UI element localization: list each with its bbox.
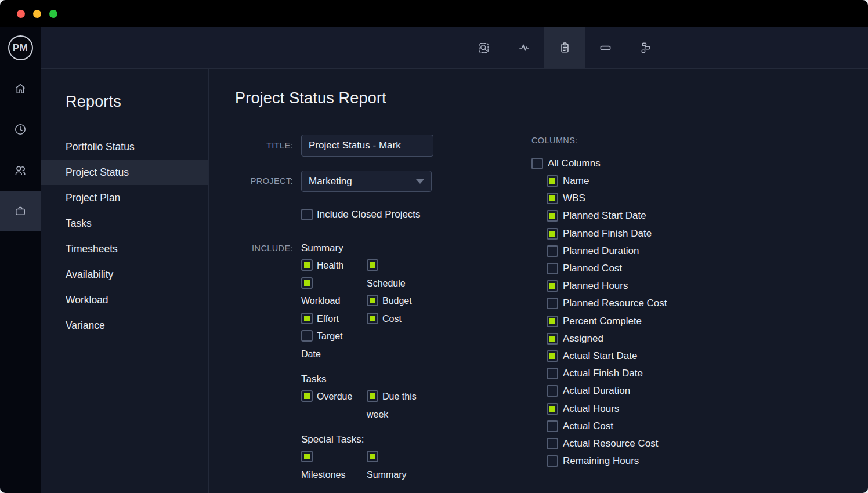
- column-option-checkbox[interactable]: [547, 175, 558, 187]
- column-option: Planned Resource Cost: [547, 295, 667, 312]
- rail-item-team[interactable]: [0, 150, 41, 191]
- rail-item-time[interactable]: [0, 109, 41, 150]
- column-option-checkbox[interactable]: [547, 420, 558, 432]
- include-option-label: Summary: [367, 470, 406, 480]
- sidebar-report-item[interactable]: Workload: [41, 287, 208, 313]
- include-option-checkbox[interactable]: [367, 259, 378, 271]
- column-option-checkbox[interactable]: [547, 228, 558, 240]
- include-option-label: Cost: [382, 314, 402, 324]
- title-label: TITLE:: [235, 135, 293, 157]
- window-close-button[interactable]: [17, 10, 25, 18]
- card-icon: [599, 41, 612, 55]
- column-option: Actual Hours: [547, 400, 667, 417]
- app-window: PM: [0, 0, 868, 493]
- sidebar-report-item[interactable]: Variance: [41, 313, 208, 338]
- column-option: Planned Hours: [547, 277, 667, 295]
- column-option-checkbox[interactable]: [547, 298, 558, 309]
- include-option: Milestones: [301, 448, 354, 484]
- columns-list: Name WBS Planned Start Date Planned Fini…: [547, 172, 667, 470]
- rail-item-projects[interactable]: [0, 191, 41, 231]
- column-option-checkbox[interactable]: [547, 438, 558, 449]
- include-option: Budget: [367, 292, 419, 310]
- column-option-checkbox[interactable]: [547, 385, 558, 397]
- column-option: Planned Duration: [547, 242, 667, 260]
- column-option-label: Actual Hours: [563, 403, 619, 415]
- column-option-checkbox[interactable]: [547, 333, 558, 345]
- search-zoom-icon: [477, 41, 490, 55]
- window-minimize-button[interactable]: [33, 10, 41, 18]
- toolbar-activity[interactable]: [504, 27, 544, 68]
- toolbar-card[interactable]: [585, 27, 625, 68]
- column-option-checkbox[interactable]: [547, 263, 558, 274]
- sidebar-report-item[interactable]: Timesheets: [41, 236, 208, 262]
- include-option-checkbox[interactable]: [301, 390, 313, 402]
- column-option: Planned Start Date: [547, 207, 667, 224]
- top-toolbar: [41, 27, 868, 69]
- column-option-label: Actual Resource Cost: [563, 438, 658, 449]
- sidebar-report-item[interactable]: Availability: [41, 262, 208, 287]
- include-option: Cost: [367, 310, 419, 328]
- include-closed-projects-label: Include Closed Projects: [317, 209, 421, 220]
- report-title-input[interactable]: [301, 135, 433, 157]
- column-option-label: Remaining Hours: [563, 455, 639, 467]
- column-option: Actual Resource Cost: [547, 435, 667, 452]
- column-option-label: Planned Finish Date: [563, 228, 652, 240]
- rail-item-home[interactable]: [0, 68, 41, 109]
- users-icon: [13, 164, 27, 177]
- sidebar-report-item[interactable]: Project Plan: [41, 185, 208, 211]
- column-option-label: Percent Complete: [563, 316, 642, 327]
- column-option: WBS: [547, 190, 667, 207]
- column-option: Name: [547, 172, 667, 190]
- toolbar-reports[interactable]: [544, 27, 585, 68]
- column-option-checkbox[interactable]: [547, 368, 558, 379]
- column-option-label: Planned Start Date: [563, 210, 646, 222]
- include-option-label: Schedule: [367, 278, 406, 288]
- sidebar-report-item[interactable]: Portfolio Status: [41, 134, 208, 160]
- chevron-down-icon: [416, 179, 424, 184]
- column-option-checkbox[interactable]: [547, 350, 558, 362]
- include-option: Schedule: [367, 257, 419, 292]
- include-option-checkbox[interactable]: [301, 313, 313, 324]
- column-option-checkbox[interactable]: [547, 210, 558, 222]
- column-option-checkbox[interactable]: [547, 316, 558, 327]
- special-tasks-group: Special Tasks: Milestones: [301, 433, 419, 484]
- include-closed-projects-checkbox[interactable]: [301, 209, 313, 220]
- column-option-label: Actual Finish Date: [563, 368, 643, 379]
- include-option-checkbox[interactable]: [301, 330, 313, 342]
- include-option-checkbox[interactable]: [301, 259, 313, 271]
- toolbar-gantt[interactable]: [625, 27, 666, 68]
- project-select[interactable]: Marketing: [301, 171, 432, 192]
- window-maximize-button[interactable]: [49, 10, 57, 18]
- column-option: Remaining Hours: [547, 452, 667, 470]
- include-option: Summary: [367, 448, 419, 484]
- include-option: Due this week: [367, 388, 419, 423]
- column-option-checkbox[interactable]: [547, 245, 558, 257]
- sidebar-report-item[interactable]: Tasks: [41, 211, 208, 236]
- main-panel: Project Status Report TITLE: PROJECT: Ma…: [209, 69, 868, 493]
- include-option-checkbox[interactable]: [367, 451, 378, 462]
- column-option: Assigned: [547, 330, 667, 347]
- include-option-checkbox[interactable]: [301, 451, 313, 462]
- include-label: INCLUDE:: [235, 241, 293, 493]
- columns-label: COLUMNS:: [531, 135, 667, 146]
- special-tasks-heading: Special Tasks:: [301, 433, 419, 447]
- all-columns-checkbox[interactable]: [531, 158, 543, 169]
- home-icon: [13, 82, 27, 96]
- column-option-checkbox[interactable]: [547, 403, 558, 415]
- include-option-checkbox[interactable]: [367, 390, 378, 402]
- pm-logo[interactable]: PM: [8, 35, 33, 60]
- include-option: Health: [301, 257, 354, 275]
- column-option-checkbox[interactable]: [547, 280, 558, 292]
- column-option-checkbox[interactable]: [547, 193, 558, 204]
- toolbar-search-zoom[interactable]: [463, 27, 504, 68]
- column-option-checkbox[interactable]: [547, 455, 558, 467]
- tasks-group: Tasks Overdue: [301, 372, 419, 423]
- include-option-checkbox[interactable]: [367, 295, 378, 306]
- include-option-checkbox[interactable]: [301, 277, 313, 289]
- all-columns-label: All Columns: [548, 158, 601, 169]
- sidebar-report-item[interactable]: Project Status: [41, 160, 208, 185]
- include-option-label: Workload: [301, 296, 340, 306]
- column-option: Planned Cost: [547, 260, 667, 277]
- include-option-checkbox[interactable]: [367, 313, 378, 324]
- column-option-label: Name: [563, 175, 589, 187]
